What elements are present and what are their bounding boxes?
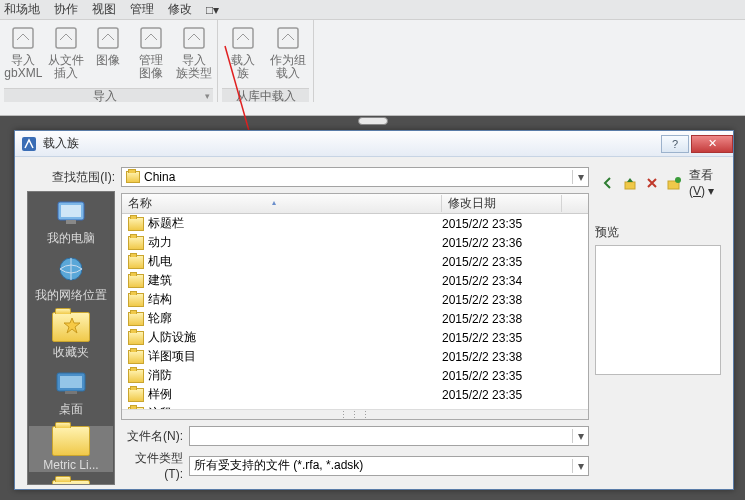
list-item[interactable]: 机电 2015/2/2 23:35 (122, 252, 588, 271)
ribbon-group-loadlib-label: 从库中载入 (236, 89, 296, 103)
folder-icon (128, 388, 144, 402)
folder-icon (128, 293, 144, 307)
lookin-value: China (144, 170, 175, 184)
svg-rect-2 (98, 28, 118, 48)
filename-label: 文件名(N): (121, 428, 183, 445)
manage-images-button[interactable]: 管理图像 (132, 22, 171, 80)
svg-rect-0 (13, 28, 33, 48)
menubar: 和场地 协作 视图 管理 修改 □▾ (0, 0, 745, 20)
import-family-types-button[interactable]: 导入族类型 (174, 22, 213, 80)
place-metric-de[interactable]: Metric De... (29, 480, 113, 485)
folder-icon (128, 407, 144, 410)
folder-icon (128, 350, 144, 364)
svg-point-18 (675, 177, 681, 183)
load-as-group-button[interactable]: 作为组载入 (268, 22, 310, 80)
filetype-label: 文件类型(T): (121, 450, 183, 481)
ribbon-group-loadlib: 载入族 作为组载入 从库中载入 (218, 20, 314, 102)
column-header-date[interactable]: 修改日期 (442, 195, 562, 212)
view-menu[interactable]: 查看(V) ▾ (689, 167, 721, 198)
svg-rect-3 (141, 28, 161, 48)
svg-rect-5 (233, 28, 253, 48)
place-metric-li[interactable]: Metric Li... (29, 426, 113, 472)
svg-rect-16 (625, 182, 635, 189)
preview-label: 预览 (595, 224, 721, 241)
image-button[interactable]: 图像 (89, 22, 128, 80)
folder-icon (128, 274, 144, 288)
folder-icon (128, 236, 144, 250)
delete-button[interactable] (645, 174, 659, 192)
menu-collab[interactable]: 协作 (54, 1, 78, 18)
menu-manage[interactable]: 管理 (130, 1, 154, 18)
svg-rect-15 (65, 391, 77, 394)
ribbon-group-import-label: 导入 (93, 89, 117, 103)
help-button[interactable]: ? (661, 135, 689, 153)
ribbon-collapse-handle[interactable] (358, 117, 388, 125)
svg-rect-14 (60, 376, 82, 388)
menu-site[interactable]: 和场地 (4, 1, 40, 18)
svg-rect-10 (61, 205, 81, 217)
resize-gripper[interactable]: ⋮⋮⋮ (122, 409, 588, 419)
list-item[interactable]: 详图项目 2015/2/2 23:38 (122, 347, 588, 366)
place-favorites[interactable]: 收藏夹 (29, 312, 113, 361)
preview-box (595, 245, 721, 375)
folder-icon (128, 369, 144, 383)
list-item[interactable]: 结构 2015/2/2 23:38 (122, 290, 588, 309)
place-mycomputer[interactable]: 我的电脑 (29, 198, 113, 247)
lookin-label: 查找范围(I): (27, 167, 115, 187)
back-button[interactable] (601, 174, 615, 192)
svg-rect-11 (66, 220, 76, 224)
filename-combo[interactable]: ▾ (189, 426, 589, 446)
list-item[interactable]: 样例 2015/2/2 23:35 (122, 385, 588, 404)
place-network[interactable]: 我的网络位置 (29, 255, 113, 304)
svg-rect-1 (56, 28, 76, 48)
close-button[interactable]: ✕ (691, 135, 733, 153)
folder-icon (128, 312, 144, 326)
load-family-dialog: 载入族 ? ✕ 查找范围(I): 我的电脑我的网络位置收藏夹桌面Metric L… (14, 130, 734, 490)
folder-icon (126, 171, 140, 183)
up-button[interactable] (623, 174, 637, 192)
list-item[interactable]: 消防 2015/2/2 23:35 (122, 366, 588, 385)
places-bar: 我的电脑我的网络位置收藏夹桌面Metric Li...Metric De... (27, 191, 115, 485)
list-item[interactable]: 建筑 2015/2/2 23:34 (122, 271, 588, 290)
chevron-down-icon[interactable]: ▾ (572, 170, 588, 184)
svg-rect-4 (184, 28, 204, 48)
list-item[interactable]: 动力 2015/2/2 23:36 (122, 233, 588, 252)
folder-icon (128, 217, 144, 231)
place-desktop[interactable]: 桌面 (29, 369, 113, 418)
import-from-file-button[interactable]: 从文件插入 (47, 22, 86, 80)
menu-modify[interactable]: 修改 (168, 1, 192, 18)
load-family-button[interactable]: 载入族 (222, 22, 264, 80)
import-gbxml-button[interactable]: 导入gbXML (4, 22, 43, 80)
list-item[interactable]: 轮廓 2015/2/2 23:38 (122, 309, 588, 328)
ribbon-group-import: 导入gbXML 从文件插入 图像 管理图像 导入族类型 导入▾ (0, 20, 218, 102)
svg-rect-6 (278, 28, 298, 48)
menu-module-picker[interactable]: □▾ (206, 3, 219, 17)
list-item[interactable]: 标题栏 2015/2/2 23:35 (122, 214, 588, 233)
column-header-name[interactable]: 名称▴ (122, 195, 442, 212)
menu-view[interactable]: 视图 (92, 1, 116, 18)
file-list: 名称▴ 修改日期 标题栏 2015/2/2 23:35 动力 2015/2/2 … (121, 193, 589, 420)
lookin-combo[interactable]: China ▾ (121, 167, 589, 187)
filetype-combo[interactable]: 所有受支持的文件 (*.rfa, *.adsk)▾ (189, 456, 589, 476)
folder-icon (128, 331, 144, 345)
folder-icon (128, 255, 144, 269)
app-icon (21, 136, 37, 152)
list-item[interactable]: 人防设施 2015/2/2 23:35 (122, 328, 588, 347)
newfolder-button[interactable] (667, 174, 681, 192)
dialog-title: 载入族 (43, 135, 659, 152)
